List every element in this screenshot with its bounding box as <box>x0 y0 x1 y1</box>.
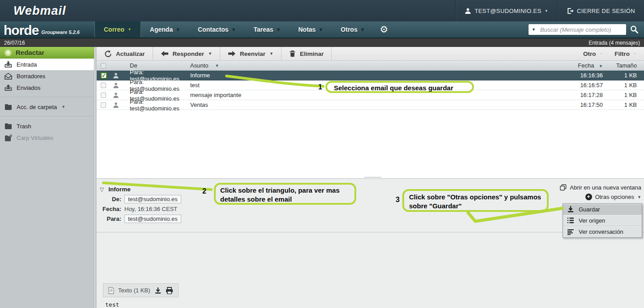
other-label: Otro <box>583 51 596 57</box>
attachment-chip[interactable]: Texto (1 KB) <box>103 283 179 297</box>
sidebar-item-folder-actions[interactable]: Acc. de carpeta ▼ <box>0 101 94 113</box>
to-value[interactable]: test@sudominio.es <box>124 215 181 223</box>
row-time: 16:17:50 <box>555 101 606 108</box>
status-date: 26/07/16 <box>4 40 25 46</box>
chevron-down-icon: ▼ <box>61 105 65 109</box>
person-icon <box>113 82 119 89</box>
plus-circle-icon: + <box>585 194 592 200</box>
forward-button[interactable]: Reenviar ▼ <box>220 47 281 60</box>
date-column-header[interactable]: Fecha ▼ <box>555 62 606 69</box>
folder-icon <box>4 123 12 129</box>
reply-button[interactable]: Responder ▼ <box>153 47 220 60</box>
chevron-down-icon: ▼ <box>637 195 641 199</box>
refresh-button[interactable]: Actualizar <box>97 47 153 60</box>
sidebar-item-borradores[interactable]: Borradores <box>0 70 94 82</box>
nav-label: Correo <box>104 26 124 33</box>
other-options-button[interactable]: + Otras opciones ▼ <box>585 194 641 200</box>
from-value[interactable]: test@sudominio.es <box>124 195 181 203</box>
message-preview-pane: ▽ Informe De: test@sudominio.es Fecha: H… <box>97 179 644 308</box>
search-icon[interactable] <box>630 25 639 34</box>
row-time: 16:16:57 <box>555 82 606 89</box>
row-from: Para: test@sudominio.es <box>130 98 190 112</box>
statusbar: 26/07/16 Entrada (4 mensajes) <box>0 38 644 47</box>
new-window-icon <box>560 184 567 191</box>
webmail-app: Webmail TEST@SUDOMINIO.ES ▼ CIERRE DE SE… <box>0 0 644 308</box>
nav-label: Agenda <box>150 26 173 33</box>
chevron-down-icon: ▼ <box>361 27 365 32</box>
nav-item-notas[interactable]: Notas ▼ <box>290 21 332 38</box>
search-scope-arrow-icon[interactable]: ▼ <box>532 27 536 32</box>
mail-toolbar: Actualizar Responder ▼ Reenviar ▼ Elimin… <box>97 47 644 61</box>
plus-icon: + <box>4 49 12 56</box>
menu-item-ver-origen[interactable]: Ver origen <box>563 215 642 226</box>
from-column-header[interactable]: De <box>130 62 190 69</box>
row-checkbox[interactable] <box>101 93 106 98</box>
sidebar-item-carp-virtuales[interactable]: Carp Virtuales <box>0 132 94 143</box>
sidebar-divider <box>0 116 94 117</box>
folder-label: Trash <box>17 123 31 130</box>
save-download-icon <box>567 206 574 213</box>
navbar: horde Groupware 5.2.6 Correo ▼ Agenda ▼ … <box>0 21 644 38</box>
inbox-icon <box>4 61 12 68</box>
settings-button[interactable]: ⚙ <box>374 21 395 38</box>
folder-label: Entrada <box>17 61 37 68</box>
filter-label: Filtro <box>614 51 630 57</box>
person-icon <box>113 72 119 79</box>
draft-envelope-icon <box>4 73 12 80</box>
horde-logo: horde <box>4 25 38 36</box>
row-subject: Informe <box>190 72 555 79</box>
other-menu-button[interactable]: Otro ▼ <box>583 51 603 57</box>
refresh-label: Actualizar <box>116 51 145 57</box>
forward-label: Reenviar <box>240 51 265 57</box>
sidebar-item-enviados[interactable]: Enviados <box>0 82 94 93</box>
row-size: 1 KB <box>606 72 644 79</box>
message-body: test <box>105 301 119 308</box>
size-column-header[interactable]: Tamaño <box>606 62 644 69</box>
gear-icon: ⚙ <box>380 24 388 35</box>
folder-label: Borradores <box>17 73 45 80</box>
nav-item-correo[interactable]: Correo ▼ <box>94 21 141 38</box>
message-row[interactable]: Para: test@sudominio.es Ventas 16:17:50 … <box>97 100 644 110</box>
reply-arrow-icon <box>161 51 169 57</box>
toolbar-right: Otro ▼ Filtro ▼ <box>583 47 644 60</box>
menu-item-label: Ver conversación <box>579 228 623 235</box>
compose-button[interactable]: + Redactar <box>0 47 94 59</box>
row-time: 16:16:36 <box>555 72 606 79</box>
row-time: 16:17:28 <box>555 92 606 98</box>
delete-button[interactable]: Eliminar <box>281 47 332 60</box>
select-all-checkbox[interactable] <box>101 63 106 68</box>
compose-label: Redactar <box>16 49 44 56</box>
nav-item-agenda[interactable]: Agenda ▼ <box>141 21 189 38</box>
menu-item-guardar[interactable]: Guardar <box>563 204 642 215</box>
folder-icon <box>4 104 12 110</box>
nav-item-otros[interactable]: Otros ▼ <box>332 21 373 38</box>
filter-menu-button[interactable]: Filtro ▼ <box>614 51 637 57</box>
nav-item-tareas[interactable]: Tareas ▼ <box>244 21 289 38</box>
nav-item-contactos[interactable]: Contactos ▼ <box>189 21 244 38</box>
row-checkbox[interactable] <box>101 102 106 108</box>
chevron-down-icon: ▼ <box>545 9 548 13</box>
topbar: Webmail TEST@SUDOMINIO.ES ▼ CIERRE DE SE… <box>0 0 644 21</box>
print-icon[interactable] <box>166 287 173 294</box>
mailbox-status: Entrada (4 mensajes) <box>589 40 640 46</box>
expand-triangle-icon[interactable]: ▽ <box>100 186 104 193</box>
menu-item-ver-conversacion[interactable]: Ver conversación <box>563 226 642 237</box>
search-input[interactable] <box>529 24 626 35</box>
logout-button[interactable]: CIERRE DE SESIÓN <box>557 0 644 21</box>
row-size: 1 KB <box>606 92 644 98</box>
menu-item-label: Ver origen <box>579 217 605 224</box>
sidebar-item-trash[interactable]: Trash <box>0 120 94 132</box>
document-icon <box>108 287 114 294</box>
open-new-window-button[interactable]: Abrir en una nueva ventana <box>560 184 641 191</box>
horde-brand: horde Groupware 5.2.6 <box>0 21 94 38</box>
sort-arrow-icon: ▼ <box>599 64 603 68</box>
row-checkbox[interactable] <box>101 83 106 88</box>
subject-column-header[interactable]: Asunto ▼ <box>190 62 555 69</box>
user-menu[interactable]: TEST@SUDOMINIO.ES ▼ <box>455 0 557 21</box>
sidebar-item-entrada[interactable]: Entrada <box>0 59 94 70</box>
row-checkbox-checked[interactable]: ✓ <box>101 72 107 79</box>
download-icon[interactable] <box>154 287 162 294</box>
trash-icon <box>289 50 296 57</box>
nav-label: Notas <box>299 26 316 33</box>
folder-label: Enviados <box>17 84 40 91</box>
